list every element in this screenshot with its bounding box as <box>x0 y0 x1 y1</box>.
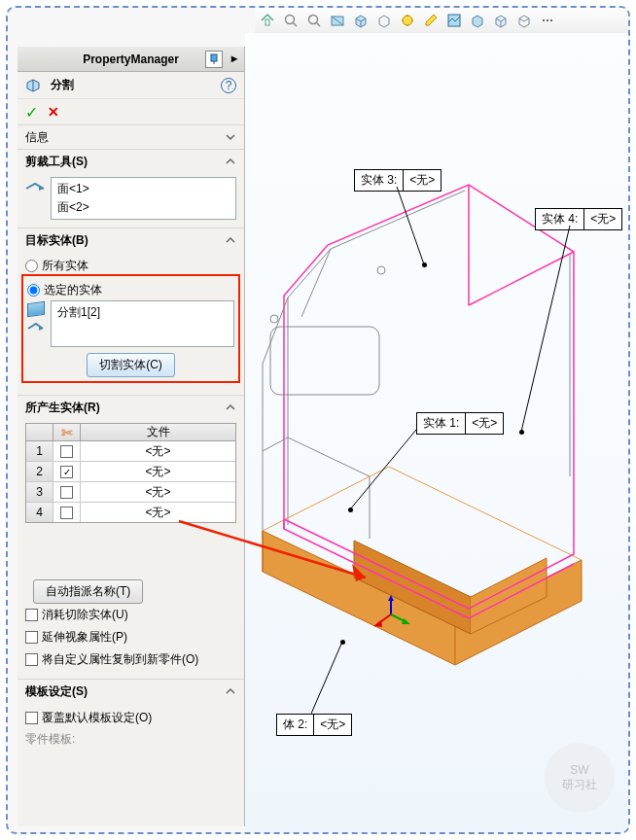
view-orient-icon[interactable] <box>352 12 370 29</box>
feature-name: 分割 <box>51 77 74 93</box>
resulting-bodies-table: ✄ 文件 1 <无> 2 ✓ <无> 3 <box>25 423 236 523</box>
file-cell[interactable]: <无> <box>81 441 235 461</box>
checkbox[interactable] <box>60 445 73 458</box>
row-number: 2 <box>26 462 53 481</box>
leader-line <box>391 187 430 269</box>
wireframe-icon[interactable] <box>515 12 533 29</box>
hide-show-icon[interactable] <box>399 12 416 29</box>
callout-body-1[interactable]: 实体 1: <无> <box>416 412 504 435</box>
radio-input[interactable] <box>27 284 40 297</box>
table-row[interactable]: 1 <无> <box>26 441 235 462</box>
radio-all-label: 所有实体 <box>42 258 88 274</box>
zoom-area-icon[interactable] <box>282 12 300 29</box>
part-template-label: 零件模板: <box>25 729 236 750</box>
list-item[interactable]: 面<1> <box>55 180 231 198</box>
section-resulting-header[interactable]: 所产生实体(R) <box>18 396 244 419</box>
pm-title: PropertyManager <box>83 52 179 66</box>
svg-point-13 <box>377 266 385 274</box>
view-settings-icon[interactable] <box>469 12 486 29</box>
chevron-up-icon <box>225 234 236 246</box>
svg-point-12 <box>270 315 278 323</box>
checkbox[interactable] <box>60 486 73 499</box>
chk-consume[interactable]: 消耗切除实体(U) <box>25 604 236 626</box>
checkbox[interactable] <box>25 631 38 644</box>
display-style-icon[interactable] <box>375 12 393 29</box>
col-file-header: 文件 <box>81 424 235 440</box>
table-row[interactable]: 3 <无> <box>26 482 235 503</box>
edit-appearance-icon[interactable] <box>422 12 440 29</box>
trim-faces-list[interactable]: 面<1> 面<2> <box>51 177 236 220</box>
checkbox[interactable] <box>60 507 73 519</box>
svg-line-2 <box>293 22 297 26</box>
scissor-icon: ✄ <box>61 425 73 440</box>
collapse-right-icon[interactable]: ▸ <box>227 51 242 66</box>
file-cell[interactable]: <无> <box>81 462 235 481</box>
svg-rect-11 <box>270 327 379 395</box>
section-info-header[interactable]: 信息 <box>18 125 244 149</box>
help-icon[interactable]: ? <box>221 78 236 93</box>
checkbox[interactable] <box>25 609 38 621</box>
watermark: SW 研习社 <box>545 743 615 813</box>
chk-propagate[interactable]: 延伸视象属性(P) <box>25 626 236 648</box>
chk-copycustom[interactable]: 将自定义属性复制到新零件(O) <box>25 648 236 671</box>
radio-input[interactable] <box>25 260 38 272</box>
body-icon[interactable] <box>27 301 45 318</box>
chevron-down-icon <box>225 131 236 143</box>
file-cell[interactable]: <无> <box>81 503 235 522</box>
zoom-fit-icon[interactable] <box>259 12 276 29</box>
chevron-up-icon <box>225 156 236 167</box>
view-toolbar: ⋯ <box>255 8 628 33</box>
checkbox[interactable] <box>25 653 38 666</box>
leader-line <box>311 642 346 718</box>
property-manager-panel: PropertyManager ▸ 分割 ? ✓ ✕ 信息 剪裁工具(S) <box>18 47 245 826</box>
section-info-title: 信息 <box>25 129 49 146</box>
split-feature-icon <box>25 78 45 93</box>
svg-line-20 <box>311 642 342 714</box>
svg-point-6 <box>403 16 412 25</box>
chk-override-template[interactable]: 覆盖默认模板设定(O) <box>25 707 236 729</box>
prev-view-icon[interactable] <box>305 12 323 29</box>
cut-bodies-button[interactable]: 切割实体(C) <box>87 353 175 377</box>
section-template-header[interactable]: 模板设定(S) <box>18 680 244 703</box>
file-cell[interactable]: <无> <box>81 482 235 502</box>
section-target-header[interactable]: 目标实体(B) <box>18 228 244 252</box>
svg-rect-0 <box>265 19 269 25</box>
cube-icon[interactable] <box>492 12 510 29</box>
auto-assign-button[interactable]: 自动指派名称(T) <box>33 579 143 604</box>
svg-line-18 <box>521 226 570 432</box>
list-item[interactable]: 分割1[2] <box>55 303 230 322</box>
table-row[interactable]: 2 ✓ <无> <box>26 462 235 482</box>
arrow-icon[interactable] <box>27 320 45 332</box>
list-item[interactable]: 面<2> <box>55 198 231 217</box>
section-trim-title: 剪裁工具(S) <box>25 154 88 170</box>
feature-header: 分割 ? <box>18 72 244 99</box>
cancel-button[interactable]: ✕ <box>48 104 59 120</box>
target-icon-column <box>27 300 45 347</box>
checkbox[interactable]: ✓ <box>60 466 73 478</box>
section-resulting-title: 所产生实体(R) <box>25 400 100 416</box>
trim-icon-column <box>25 177 45 220</box>
table-header-row: ✄ 文件 <box>26 424 235 441</box>
table-row[interactable]: 4 <无> <box>26 503 235 522</box>
section-template-title: 模板设定(S) <box>25 683 88 700</box>
section-target-title: 目标实体(B) <box>25 232 88 249</box>
radio-sel-label: 选定的实体 <box>44 282 102 298</box>
target-bodies-list[interactable]: 分割1[2] <box>51 300 234 347</box>
checkbox[interactable] <box>25 712 38 724</box>
chevron-up-icon <box>225 685 236 697</box>
svg-rect-8 <box>211 54 217 61</box>
section-view-icon[interactable] <box>329 12 346 29</box>
leader-line <box>521 226 580 436</box>
ok-button[interactable]: ✓ <box>25 103 38 122</box>
section-trim-header[interactable]: 剪裁工具(S) <box>18 150 244 173</box>
apply-scene-icon[interactable] <box>445 12 463 29</box>
pin-icon[interactable] <box>205 51 223 68</box>
radio-selected-bodies[interactable]: 选定的实体 <box>27 280 234 300</box>
app-frame: ⋯ PropertyManager ▸ 分割 ? ✓ ✕ 信息 剪裁工具(S) <box>6 6 630 834</box>
graphics-viewport[interactable]: 实体 3: <无> 实体 4: <无> 实体 1: <无> 体 2: <无> S… <box>245 33 628 832</box>
radio-all-bodies[interactable]: 所有实体 <box>25 256 236 276</box>
face-select-icon[interactable] <box>25 179 45 192</box>
pm-title-bar: PropertyManager ▸ <box>18 47 244 72</box>
row-number: 4 <box>26 503 53 522</box>
more-icon[interactable]: ⋯ <box>539 12 556 29</box>
